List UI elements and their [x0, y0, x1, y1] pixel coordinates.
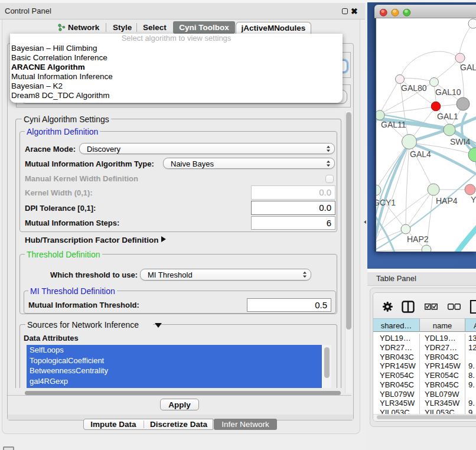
svg-text:SWI4: SWI4 — [450, 137, 470, 146]
svg-text:GAL4: GAL4 — [410, 149, 431, 159]
svg-text:HAP2: HAP2 — [407, 234, 429, 244]
svg-text:Y: Y — [471, 195, 476, 204]
svg-text:GAL80: GAL80 — [401, 83, 427, 93]
svg-text:HAP4: HAP4 — [436, 196, 458, 206]
svg-text:GAL2: GAL2 — [460, 63, 476, 72]
svg-text:GAL1: GAL1 — [437, 112, 458, 121]
svg-text:GAL11: GAL11 — [381, 120, 406, 129]
svg-text:GCY1: GCY1 — [374, 198, 396, 207]
svg-text:GAL10: GAL10 — [435, 87, 461, 97]
